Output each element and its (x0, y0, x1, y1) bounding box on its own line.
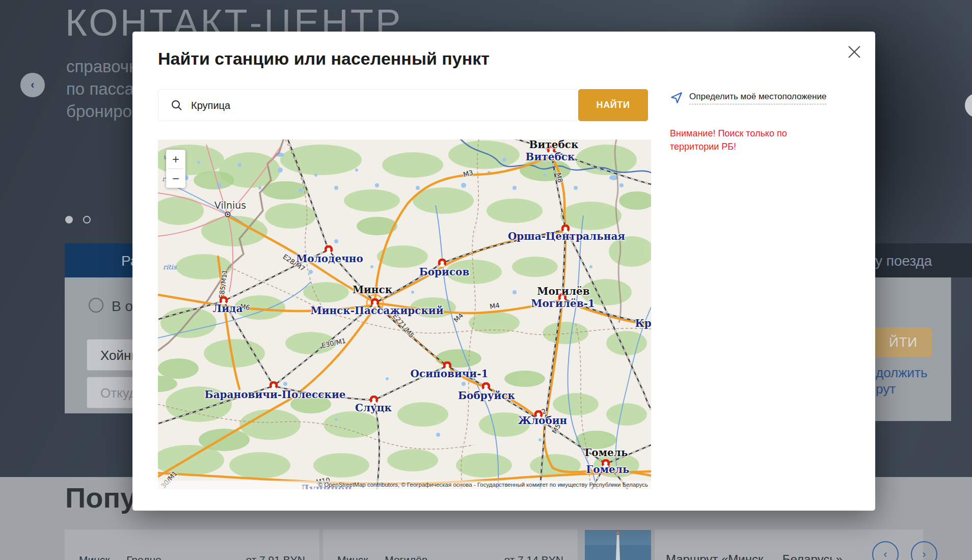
previous-slide-button[interactable]: ‹ (20, 73, 45, 97)
map-city-label[interactable]: Гомель (586, 463, 630, 475)
route-card[interactable]: Минск — Могилёв от 7,14 BYN (323, 529, 578, 560)
map-city-label: Витебск (529, 139, 579, 151)
map-city-label[interactable]: Осиповичи-1 (411, 368, 489, 380)
detect-location-label: Определить моё местоположение (689, 92, 826, 104)
town-marker-icon (225, 212, 231, 217)
map-city-label[interactable]: Бобруйск (458, 389, 515, 402)
route-card-route: Минск — Могилёв (337, 554, 427, 560)
background-find-button-label: ЙТИ (889, 334, 917, 350)
detect-location-link[interactable]: Определить моё местоположение (670, 91, 846, 104)
search-icon (171, 99, 183, 114)
map-city-label: Могилёв (537, 285, 589, 297)
find-station-modal: Найти станцию или населенный пункт НАЙТИ… (132, 32, 875, 511)
route-card-price: от 7,14 BYN (504, 554, 563, 560)
station-search-row: НАЙТИ (158, 89, 648, 121)
map-city-label[interactable]: Молодечно (296, 253, 363, 265)
water-label: ritis (163, 263, 176, 271)
map-city-label[interactable]: Витебск (526, 151, 575, 163)
navigation-arrow-icon (670, 91, 683, 104)
close-icon (847, 44, 862, 60)
map-city-label[interactable]: Борисов (419, 266, 470, 278)
one-way-radio[interactable] (89, 298, 103, 313)
map-attribution: © OpenStreetMap contributors, © Географи… (158, 481, 651, 489)
chevron-left-icon: ‹ (883, 548, 887, 560)
chevron-right-icon: › (922, 548, 926, 560)
route-card-price: от 7,91 BYN (246, 554, 305, 560)
tab-label-fragment: у поезда (875, 253, 932, 269)
modal-title: Найти станцию или населенный пункт (158, 49, 490, 69)
search-box (158, 89, 578, 121)
promo-card-title: Маршрут «Минск — Беларусь» (666, 552, 843, 560)
map-city-label[interactable]: Слуцк (355, 402, 392, 414)
station-search-input[interactable] (190, 90, 573, 122)
route-card[interactable]: Минск — Гродно от 7,91 BYN (65, 529, 319, 560)
map-city-label[interactable]: Жлобин (518, 414, 568, 427)
territory-warning-text: Внимание! Поиск только по территории РБ! (670, 127, 838, 153)
carousel-dot[interactable] (83, 216, 91, 223)
map-zoom-control: + − (166, 150, 185, 188)
promo-photo (585, 530, 651, 560)
route-card-route: Минск — Гродно (79, 554, 161, 560)
map-city-label: Гомель (585, 446, 628, 459)
map-city-label[interactable]: Могилёв-1 (531, 297, 595, 310)
carousel-next-button[interactable]: › (911, 541, 937, 560)
belarus-stations-map[interactable]: + − ВитебскВитебскОрша-ЦентральнаяМолоде… (158, 139, 651, 489)
map-city-label[interactable]: Минск-Пассажирский (311, 304, 444, 317)
continue-route-link[interactable]: должить (876, 365, 928, 381)
map-city-label: Минск (353, 284, 392, 296)
carousel-dot-active[interactable] (65, 216, 73, 223)
zoom-in-button[interactable]: + (166, 150, 185, 169)
map-city-label[interactable]: Орша-Центральная (508, 230, 625, 242)
find-button[interactable]: НАЙТИ (578, 89, 648, 121)
map-city-label[interactable]: Барановичи-Полесские (205, 388, 346, 401)
map-city-label[interactable]: Лида (213, 302, 243, 315)
close-button[interactable] (846, 44, 863, 61)
zoom-out-button[interactable]: − (166, 169, 185, 188)
chevron-left-icon: ‹ (31, 78, 34, 92)
map-city-label[interactable]: Кри (635, 317, 651, 329)
continue-route-link[interactable]: рут (876, 381, 896, 397)
modal-side-column: Определить моё местоположение Внимание! … (670, 91, 846, 153)
map-city-label: Vilnius (214, 200, 246, 211)
